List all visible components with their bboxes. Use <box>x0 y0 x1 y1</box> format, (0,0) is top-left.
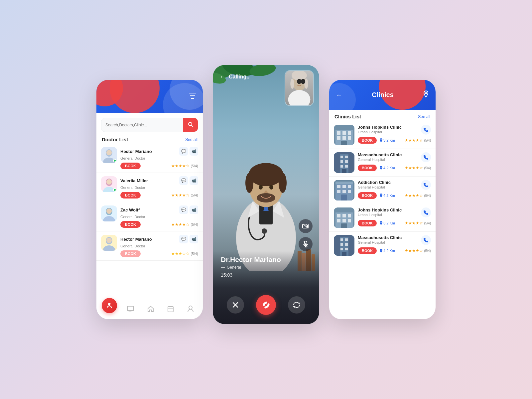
doctor-list: Hector Mariano 💬 📹 General Doctor BOOK ★… <box>96 144 203 303</box>
svg-rect-108 <box>340 243 343 246</box>
svg-point-46 <box>290 78 294 89</box>
chat-icon[interactable]: 💬 <box>179 235 188 243</box>
doctor-list-title: Doctor List <box>102 137 128 142</box>
clinic-phone-button[interactable] <box>421 235 431 245</box>
doctor-name: Valeriia Miller <box>120 178 148 183</box>
svg-point-7 <box>106 179 112 185</box>
avatar <box>101 147 117 163</box>
bottom-nav <box>96 298 203 319</box>
clinic-book-button[interactable]: BOOK <box>358 220 377 226</box>
book-button[interactable]: BOOK <box>120 192 141 199</box>
mute-button[interactable] <box>299 237 313 251</box>
call-bottom-controls <box>213 295 319 315</box>
svg-rect-100 <box>342 219 346 222</box>
svg-rect-51 <box>303 224 307 228</box>
clinic-image <box>334 180 354 200</box>
end-call-button[interactable] <box>256 295 276 315</box>
svg-rect-79 <box>340 165 343 168</box>
clinic-book-button[interactable]: BOOK <box>358 165 377 171</box>
doctor-rating: ★★★★☆ (5/4) <box>171 164 198 168</box>
nav-profile[interactable] <box>184 303 198 315</box>
svg-rect-67 <box>348 131 351 135</box>
call-side-controls <box>299 219 313 251</box>
clinics-back-button[interactable]: ← <box>336 91 342 99</box>
location-icon[interactable] <box>423 90 429 99</box>
calling-bar: ← Calling.. <box>219 73 249 80</box>
svg-rect-91 <box>341 195 347 200</box>
svg-point-10 <box>106 208 112 214</box>
book-button[interactable]: BOOK <box>120 221 141 228</box>
svg-rect-88 <box>337 190 340 193</box>
clinic-distance: 4.2 Km <box>379 194 395 198</box>
chat-icon[interactable]: 💬 <box>179 205 188 214</box>
clinic-type: General Hospital <box>358 158 402 162</box>
nav-calendar[interactable] <box>163 303 178 315</box>
svg-point-49 <box>297 79 301 84</box>
clinic-image <box>334 125 354 145</box>
svg-rect-81 <box>342 169 346 173</box>
avatar <box>101 235 117 251</box>
doctor-list-header: Doctor List See all <box>96 133 203 144</box>
clinic-book-button[interactable]: BOOK <box>358 247 377 254</box>
doctor-name: Zac Wolff <box>120 207 140 212</box>
doctor-name: Hector Mariano <box>120 237 152 242</box>
see-all-clinics[interactable]: See all <box>418 114 430 119</box>
camera-off-button[interactable] <box>299 219 313 233</box>
chat-icon[interactable]: 💬 <box>179 147 188 156</box>
svg-point-103 <box>381 222 382 223</box>
search-bar <box>101 118 198 132</box>
svg-rect-69 <box>342 136 346 140</box>
switch-camera-button[interactable] <box>288 296 305 314</box>
book-button[interactable]: BOOK <box>120 163 141 169</box>
svg-rect-66 <box>342 131 346 135</box>
clinic-rating: ★★★★☆ (5/4) <box>405 166 431 170</box>
svg-rect-77 <box>340 160 343 163</box>
clinic-card: Massachusetts Clinic General Hospital BO… <box>329 149 436 177</box>
search-input[interactable] <box>101 119 183 131</box>
clinic-phone-button[interactable] <box>421 180 431 190</box>
svg-point-4 <box>106 150 112 155</box>
clinic-phone-button[interactable] <box>421 207 431 217</box>
svg-rect-106 <box>340 238 343 241</box>
doctor-specialty: General Doctor <box>120 244 198 248</box>
nav-chat[interactable] <box>123 303 138 315</box>
video-icon[interactable]: 📹 <box>190 235 198 243</box>
clinic-name: Johns Hopkins Clinic <box>358 207 402 212</box>
clinic-book-button[interactable]: BOOK <box>358 192 377 199</box>
svg-rect-96 <box>337 214 340 217</box>
filter-icon[interactable] <box>189 92 196 101</box>
clinic-image <box>334 207 354 228</box>
svg-rect-112 <box>342 252 346 256</box>
clinic-rating: ★★★★☆ (5/4) <box>405 193 431 198</box>
svg-rect-111 <box>345 248 348 250</box>
svg-marker-60 <box>299 302 300 304</box>
nav-fab[interactable] <box>102 298 117 313</box>
clinic-book-button[interactable]: BOOK <box>358 137 377 144</box>
doctor-specialty: General Doctor <box>120 186 198 190</box>
video-icon[interactable]: 📹 <box>190 176 198 185</box>
close-call-button[interactable] <box>227 296 244 314</box>
video-icon[interactable]: 📹 <box>190 205 198 214</box>
svg-rect-75 <box>340 156 343 158</box>
clinic-phone-button[interactable] <box>421 152 431 162</box>
svg-point-33 <box>259 185 263 190</box>
svg-rect-85 <box>337 185 340 188</box>
doctor-rating: ★★★★☆ (5/4) <box>171 222 198 227</box>
chat-icon[interactable]: 💬 <box>179 176 188 185</box>
doctor-name: Hector Mariano <box>120 149 152 154</box>
doctor-card: Hector Mariano 💬 📹 General Doctor BOOK ★… <box>96 144 203 173</box>
see-all-doctors[interactable]: See all <box>185 137 198 142</box>
all-doctors-title: All Doctors <box>103 80 196 108</box>
avatar <box>101 176 117 192</box>
svg-point-21 <box>189 306 192 309</box>
clinic-phone-button[interactable] <box>421 125 431 135</box>
book-button[interactable]: BOOK <box>120 250 141 257</box>
nav-home[interactable] <box>143 303 158 315</box>
clinic-rating: ★★★★☆ (5/4) <box>405 248 431 253</box>
search-button[interactable] <box>183 118 198 132</box>
svg-point-31 <box>245 173 253 193</box>
svg-rect-109 <box>345 243 348 246</box>
video-icon[interactable]: 📹 <box>190 147 198 156</box>
back-arrow-icon[interactable]: ← <box>219 73 226 80</box>
clinic-type: General Hospital <box>358 185 391 189</box>
